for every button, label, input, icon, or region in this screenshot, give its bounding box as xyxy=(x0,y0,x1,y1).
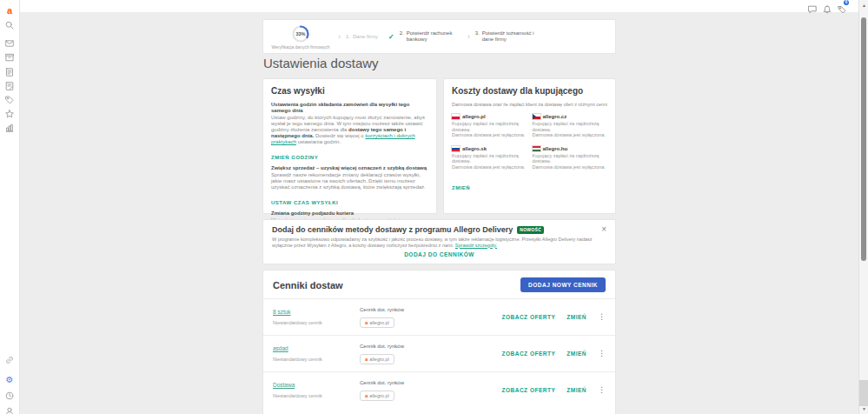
flag-cz-icon xyxy=(533,114,540,119)
favorites-icon[interactable] xyxy=(4,109,15,119)
flag-pl-icon xyxy=(452,114,460,119)
topbar: 6 xyxy=(20,0,858,13)
increase-sales-description: Sprawdź nasze rekomendacje zmiany deklar… xyxy=(271,172,428,190)
delivery-costs-title: Koszty dostawy dla kupującego xyxy=(452,86,607,96)
scrollbar-segment xyxy=(859,380,868,406)
kebab-menu-icon[interactable]: ⋮ xyxy=(598,350,606,357)
close-icon[interactable]: × xyxy=(601,225,606,234)
settings-icon[interactable]: ⚙ xyxy=(4,375,15,385)
kebab-menu-icon[interactable]: ⋮ xyxy=(598,313,606,321)
change-pricelist-link[interactable]: ZMIEŃ xyxy=(567,314,586,320)
chat-icon[interactable] xyxy=(808,2,817,10)
verification-caption: Weryfikacja danych firmowych xyxy=(268,44,333,50)
pricelist-row: Dostawa Niestandardowy cennik Cennik dot… xyxy=(263,371,615,408)
seller-panel-screen: 6 a ⚙ xyxy=(0,0,868,414)
bell-icon[interactable] xyxy=(823,2,832,10)
market-chip: aallegro.pl xyxy=(360,317,394,328)
same-day-heading: Ustawienia godzin składania zamówień dla… xyxy=(271,102,428,114)
flag-sk-icon xyxy=(452,146,460,151)
pricelist-markets-label: Cennik dot. rynków xyxy=(360,307,502,312)
integrations-icon[interactable] xyxy=(4,355,15,365)
change-costs-link[interactable]: ZMIEŃ xyxy=(452,185,470,190)
chevron-right-icon: › xyxy=(467,33,470,41)
new-badge: NOWOŚĆ xyxy=(517,226,544,234)
pricelist-row: 8 sztuk Niestandardowy cennik Cennik dot… xyxy=(263,298,615,335)
verification-progress-card: 33% Weryfikacja danych firmowych › 1. Da… xyxy=(262,19,616,54)
allegro-logo[interactable]: a xyxy=(4,5,15,16)
scroll-up-icon[interactable]: ▲ xyxy=(859,2,868,9)
progress-percent: 33% xyxy=(295,31,305,37)
add-new-pricelist-button[interactable]: DODAJ NOWY CENNIK xyxy=(520,277,606,292)
allegro-mini-logo-icon: a xyxy=(365,357,368,362)
allegro-mini-logo-icon: a xyxy=(365,320,368,325)
search-icon[interactable] xyxy=(4,20,15,30)
change-hours-link[interactable]: ZMIEŃ GODZINY xyxy=(271,155,318,160)
stats-icon[interactable] xyxy=(4,123,15,133)
notification-badge: 6 xyxy=(844,0,849,5)
check-icon: ✓ xyxy=(388,33,394,41)
sidebar: a ⚙ xyxy=(0,0,20,414)
delivery-costs-intro: Darmowa dostawa oraz ile zapłaci klient … xyxy=(452,102,607,107)
flag-hu-icon xyxy=(533,146,540,151)
pricelist-type: Niestandardowy cennik xyxy=(273,393,360,398)
add-to-pricelists-link[interactable]: DODAJ DO CENNIKÓW xyxy=(272,251,606,257)
market-allegro-pl: allegro.pl Kupujący zapłaci za najdroższ… xyxy=(452,114,527,138)
help-icon[interactable] xyxy=(4,391,15,401)
see-offers-link[interactable]: ZOBACZ OFERTY xyxy=(502,314,556,320)
chevron-right-icon: › xyxy=(338,33,341,41)
markets-grid: allegro.pl Kupujący zapłaci za najdroższ… xyxy=(452,114,607,170)
delivery-costs-card: Koszty dostawy dla kupującego Darmowa do… xyxy=(443,78,616,214)
check-details-link[interactable]: Sprawdź szczegóły. xyxy=(455,243,497,248)
shipping-time-card: Czas wysyłki Ustawienia godzin składania… xyxy=(262,78,437,214)
announcements-icon[interactable]: 6 xyxy=(838,2,846,10)
pricelist-name-link[interactable]: asdad xyxy=(273,345,360,351)
market-allegro-cz: allegro.cz Kupujący zapłaci za najdroższ… xyxy=(533,114,608,138)
pricelist-type: Niestandardowy cennik xyxy=(273,357,360,362)
change-pricelist-link[interactable]: ZMIEŃ xyxy=(567,387,586,393)
pricelists-title: Cenniki dostaw xyxy=(273,280,343,290)
increase-sales-heading: Zwiększ sprzedaż – uzyskaj więcej oznacz… xyxy=(271,165,428,171)
pricelist-name-link[interactable]: 8 sztuk xyxy=(273,309,360,315)
pricelist-markets-label: Cennik dot. rynków xyxy=(360,380,502,385)
kebab-menu-icon[interactable]: ⋮ xyxy=(598,386,606,394)
pricelist-markets-label: Cennik dot. rynków xyxy=(360,344,502,349)
pricelist-name-link[interactable]: Dostawa xyxy=(273,382,360,388)
scroll-down-icon[interactable]: ▼ xyxy=(859,405,868,412)
market-chip: aallegro.pl xyxy=(360,391,394,401)
verification-step-3[interactable]: 3. Potwierdź tożsamość i dane firmy xyxy=(475,30,538,43)
orders-icon[interactable] xyxy=(4,52,15,63)
promotions-icon[interactable] xyxy=(4,95,15,105)
pricelists-card: Cenniki dostaw DODAJ NOWY CENNIK 8 sztuk… xyxy=(262,270,616,414)
account-icon[interactable] xyxy=(4,406,15,414)
messages-icon[interactable] xyxy=(4,38,15,49)
progress-ring-icon: 33% xyxy=(291,24,310,43)
pricelist-type: Niestandardowy cennik xyxy=(273,320,360,325)
banner-title: Dodaj do cenników metody dostawy z progr… xyxy=(272,225,513,234)
verification-step-2[interactable]: 2. Potwierdź rachunek bankowy xyxy=(400,30,462,43)
set-shipping-time-link[interactable]: USTAW CZAS WYSYŁKI xyxy=(271,200,338,205)
pricelist-row: asdad Niestandardowy cennik Cennik dot. … xyxy=(263,335,615,371)
courier-pickup-heading: Zmiana godziny podjazdu kuriera xyxy=(271,210,428,217)
market-chip: aallegro.pl xyxy=(360,354,394,364)
same-day-description: Ustaw godziny, do których kupujący musi … xyxy=(271,115,428,145)
allegro-delivery-banner: Dodaj do cenników metody dostawy z progr… xyxy=(262,219,616,264)
change-pricelist-link[interactable]: ZMIEŃ xyxy=(567,351,586,357)
see-offers-link[interactable]: ZOBACZ OFERTY xyxy=(502,387,556,393)
page-title: Ustawienia dostawy xyxy=(263,56,379,70)
scrollbar-thumb[interactable] xyxy=(861,17,866,261)
vertical-scrollbar[interactable]: ▲ ▼ xyxy=(858,0,868,414)
allegro-mini-logo-icon: a xyxy=(365,393,368,398)
banner-description: W programie kompleksowo odpowiadamy za s… xyxy=(272,237,606,248)
market-allegro-hu: allegro.hu Kupujący zapłaci za najdroższ… xyxy=(533,146,608,170)
market-allegro-sk: allegro.sk Kupujący zapłaci za najdroższ… xyxy=(452,146,527,170)
offers-icon[interactable] xyxy=(4,67,15,77)
verification-step-1[interactable]: 1. Dane firmy xyxy=(346,34,378,40)
sales-icon[interactable] xyxy=(4,81,15,91)
see-offers-link[interactable]: ZOBACZ OFERTY xyxy=(502,351,556,357)
verification-progress: 33% Weryfikacja danych firmowych xyxy=(268,23,333,50)
shipping-time-title: Czas wysyłki xyxy=(271,86,428,96)
